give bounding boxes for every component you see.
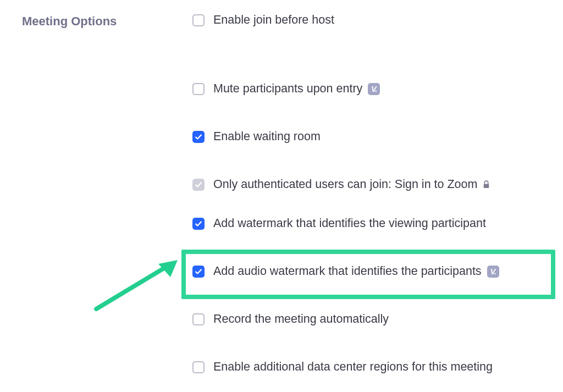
option-authenticated-only: Only authenticated users can join: Sign … — [192, 178, 541, 191]
svg-rect-0 — [484, 184, 489, 188]
checkbox-unchecked-icon[interactable] — [192, 14, 205, 26]
option-label: Add audio watermark that identifies the … — [213, 264, 482, 278]
checkbox-checked-icon[interactable] — [192, 266, 205, 278]
option-mute-on-entry[interactable]: Mute participants upon entry V. — [192, 82, 541, 96]
info-badge-icon: V. — [487, 266, 499, 278]
checkbox-unchecked-icon[interactable] — [192, 83, 205, 95]
checkbox-checked-icon[interactable] — [192, 218, 205, 230]
option-data-center-regions[interactable]: Enable additional data center regions fo… — [192, 360, 541, 374]
option-label: Record the meeting automatically — [213, 312, 389, 326]
option-label: Only authenticated users can join: Sign … — [213, 178, 477, 191]
option-label: Enable join before host — [213, 13, 334, 27]
option-join-before-host[interactable]: Enable join before host — [192, 13, 541, 27]
option-auto-record[interactable]: Record the meeting automatically — [192, 312, 541, 326]
checkbox-locked-icon — [192, 179, 205, 191]
option-waiting-room[interactable]: Enable waiting room — [192, 130, 541, 143]
lock-icon — [483, 180, 490, 189]
option-label: Add watermark that identifies the viewin… — [213, 217, 486, 230]
option-video-watermark[interactable]: Add watermark that identifies the viewin… — [192, 217, 541, 230]
option-audio-watermark[interactable]: Add audio watermark that identifies the … — [192, 264, 541, 278]
option-label: Enable additional data center regions fo… — [213, 360, 493, 374]
checkbox-unchecked-icon[interactable] — [192, 313, 205, 325]
checkbox-checked-icon[interactable] — [192, 131, 205, 143]
option-label: Mute participants upon entry — [213, 82, 362, 96]
option-label: Enable waiting room — [213, 130, 321, 143]
section-title: Meeting Options — [22, 14, 192, 29]
checkbox-unchecked-icon[interactable] — [192, 361, 205, 373]
info-badge-icon: V. — [368, 83, 380, 95]
